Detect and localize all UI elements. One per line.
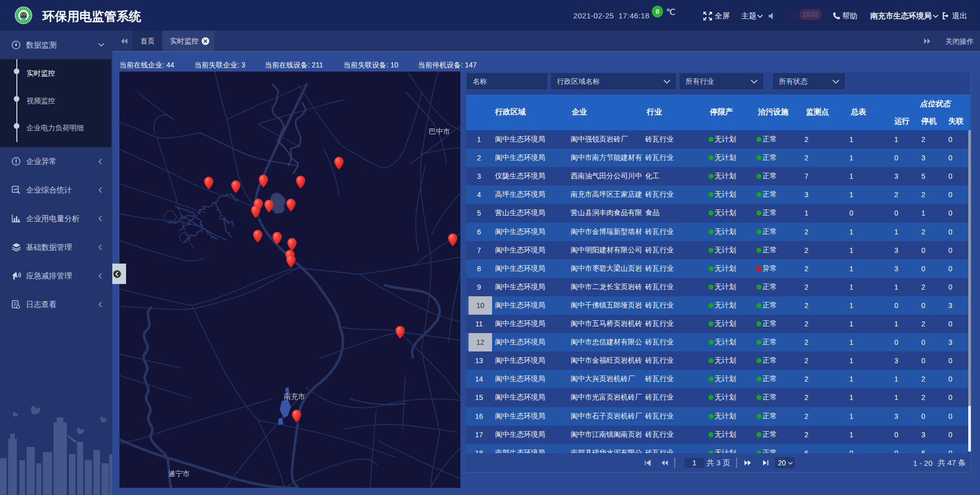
svg-text:遂宁市: 遂宁市 bbox=[168, 469, 190, 478]
